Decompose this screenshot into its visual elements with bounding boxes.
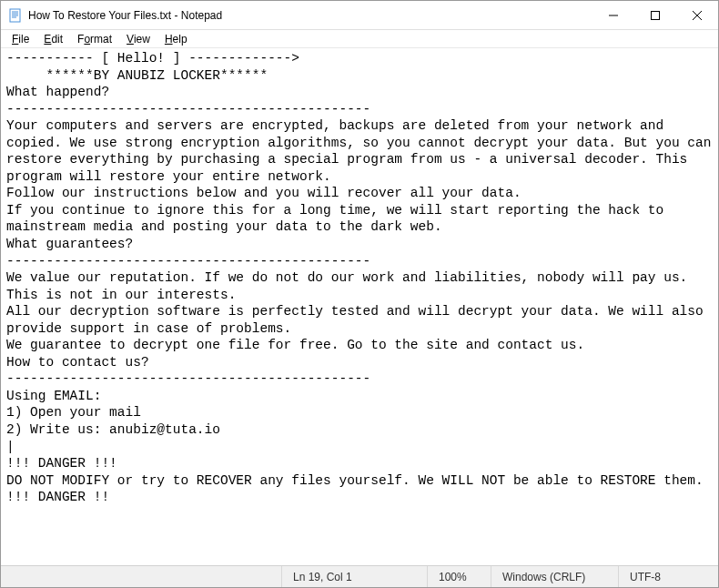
svg-rect-6: [652, 12, 660, 20]
menu-file[interactable]: File: [5, 31, 36, 47]
statusbar: Ln 19, Col 1 100% Windows (CRLF) UTF-8: [1, 565, 718, 587]
notepad-window: How To Restore Your Files.txt - Notepad …: [0, 0, 719, 588]
menu-view[interactable]: View: [119, 31, 157, 47]
status-position: Ln 19, Col 1: [281, 566, 427, 587]
status-encoding: UTF-8: [618, 566, 718, 587]
titlebar: How To Restore Your Files.txt - Notepad: [1, 1, 718, 30]
menu-help[interactable]: Help: [157, 31, 195, 47]
text-content[interactable]: ----------- [ Hello! ] -------------> **…: [1, 48, 718, 565]
window-controls: [592, 1, 718, 29]
status-zoom: 100%: [427, 566, 491, 587]
minimize-button[interactable]: [592, 1, 634, 30]
menu-format[interactable]: Format: [70, 31, 119, 47]
status-line-ending: Windows (CRLF): [491, 566, 618, 587]
maximize-button[interactable]: [634, 1, 676, 30]
menu-edit[interactable]: Edit: [36, 31, 70, 47]
menubar: File Edit Format View Help: [1, 30, 718, 48]
window-title: How To Restore Your Files.txt - Notepad: [28, 9, 592, 22]
close-button[interactable]: [676, 1, 718, 30]
notepad-icon: [8, 8, 23, 23]
